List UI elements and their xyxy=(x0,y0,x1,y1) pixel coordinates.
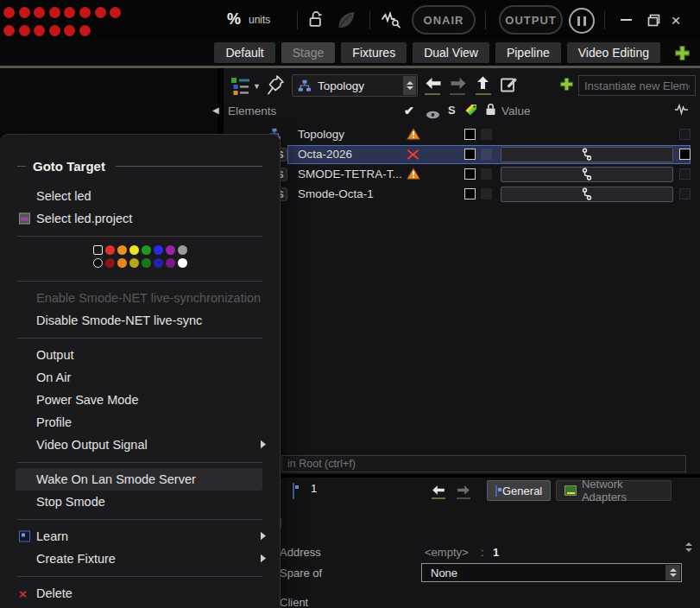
tab-default[interactable]: Default xyxy=(214,42,274,63)
menu-item-learn[interactable]: Learn xyxy=(0,525,280,548)
color-swatch[interactable] xyxy=(105,258,115,268)
pause-button[interactable] xyxy=(569,8,595,34)
menu-item-create-fixture[interactable]: Create Fixture xyxy=(0,548,280,570)
menu-item-wake-on-lan-smode-server[interactable]: Wake On Lan Smode Server xyxy=(16,468,262,491)
tree-view-dropdown-icon[interactable]: ▼ xyxy=(253,82,261,91)
address-empty-value[interactable]: <empty> xyxy=(425,546,469,559)
element-checkbox[interactable] xyxy=(464,149,476,160)
selector-spinner[interactable] xyxy=(403,76,416,95)
color-swatch[interactable] xyxy=(93,258,103,268)
elements-header-label: Elements xyxy=(228,104,276,117)
eco-leaf-icon[interactable] xyxy=(336,10,357,33)
color-swatch[interactable] xyxy=(154,245,163,255)
add-element-button[interactable] xyxy=(559,77,574,95)
tab-video-editing[interactable]: Video Editing xyxy=(567,42,660,63)
activity-monitor-icon[interactable] xyxy=(674,103,689,120)
value-patch-field[interactable] xyxy=(501,187,673,202)
visibility-column-icon[interactable] xyxy=(426,107,440,123)
menu-item-select-led[interactable]: Select led xyxy=(0,185,280,207)
nav-forward-button[interactable] xyxy=(450,77,467,93)
solo-column-icon[interactable]: S xyxy=(448,104,456,117)
signal-monitor-icon[interactable] xyxy=(381,10,401,34)
element-row-octa-2026[interactable]: SOcta-2026 xyxy=(264,145,691,164)
minimize-button[interactable] xyxy=(616,10,635,29)
menu-item-enable-smode-net-live-synchronization[interactable]: Enable Smode-NET live-synchronization xyxy=(0,287,280,309)
search-elements-input[interactable] xyxy=(281,455,686,472)
onair-button[interactable]: ONAIR xyxy=(412,5,476,35)
menu-item-profile[interactable]: Profile xyxy=(0,411,280,434)
status-column-icon[interactable]: ✔ xyxy=(404,104,414,117)
nav-up-button[interactable] xyxy=(476,75,490,93)
color-swatch[interactable] xyxy=(93,245,103,255)
output-button[interactable]: OUTPUT xyxy=(499,5,563,35)
element-checkbox[interactable] xyxy=(464,129,476,140)
inspector-tab-network-adapters[interactable]: Network Adapters xyxy=(556,480,672,501)
edit-icon[interactable] xyxy=(500,75,518,97)
color-swatch[interactable] xyxy=(129,258,139,268)
add-layout-tab-button[interactable] xyxy=(673,43,691,62)
color-swatch[interactable] xyxy=(166,258,175,268)
element-visibility-box[interactable] xyxy=(481,129,492,140)
menu-item-video-output-signal[interactable]: Video Output Signal xyxy=(0,434,280,456)
element-checkbox[interactable] xyxy=(464,188,476,200)
inspector-tab-general[interactable]: General xyxy=(487,480,551,501)
value-patch-field[interactable] xyxy=(501,167,673,182)
element-type-selector[interactable]: Topology xyxy=(292,74,418,97)
tab-pipeline[interactable]: Pipeline xyxy=(495,42,561,63)
percent-units-icon[interactable]: % xyxy=(227,10,241,28)
color-swatch[interactable] xyxy=(129,245,139,255)
element-visibility-box[interactable] xyxy=(481,188,492,200)
element-visibility-box[interactable] xyxy=(481,149,492,160)
tab-dual-view[interactable]: Dual View xyxy=(413,42,489,63)
menu-separator xyxy=(0,513,280,525)
row-right-checkbox[interactable] xyxy=(679,188,691,200)
device-icon xyxy=(495,485,497,497)
menu-item-power-save-mode[interactable]: Power Save Mode xyxy=(0,389,280,411)
menu-item-label: Create Fixture xyxy=(36,552,116,566)
spare-of-select[interactable]: None xyxy=(421,563,682,582)
address-number-value[interactable]: 1 xyxy=(493,546,499,559)
network-adapter-icon xyxy=(564,485,577,496)
menu-item-delete[interactable]: ×Delete xyxy=(0,582,280,605)
error-icon xyxy=(407,149,419,164)
color-swatch[interactable] xyxy=(105,245,115,255)
element-row-smode-tetra-t-[interactable]: SSMODE-TETRA-T... xyxy=(264,165,691,184)
lock-column-icon[interactable] xyxy=(485,103,496,119)
color-swatch[interactable] xyxy=(178,245,187,255)
element-row-topology[interactable]: Topology xyxy=(264,125,691,144)
close-button[interactable]: × xyxy=(666,10,685,29)
color-swatch[interactable] xyxy=(178,258,187,268)
color-swatch[interactable] xyxy=(117,245,127,255)
menu-item-stop-smode[interactable]: Stop Smode xyxy=(0,491,280,513)
led-dot xyxy=(64,7,75,18)
color-swatch[interactable] xyxy=(154,258,163,268)
menu-item-disable-smode-net-live-sync[interactable]: Disable Smode-NET live-sync xyxy=(0,309,280,332)
lock-open-icon[interactable] xyxy=(307,9,325,33)
tab-stage[interactable]: Stage xyxy=(281,42,336,63)
menu-item-on-air[interactable]: On Air xyxy=(0,366,280,389)
maximize-button[interactable] xyxy=(644,10,663,29)
element-visibility-box[interactable] xyxy=(481,168,492,180)
nav-back-button[interactable] xyxy=(425,77,442,93)
element-row-smode-octa-1[interactable]: SSmode-Octa-1 xyxy=(264,185,691,204)
row-right-checkbox[interactable] xyxy=(679,149,691,160)
row-right-checkbox[interactable] xyxy=(679,129,691,140)
collapse-elements-icon[interactable]: ◀ xyxy=(212,105,219,115)
menu-item-select-led-project[interactable]: Select led.project xyxy=(0,207,280,230)
address-spinner[interactable] xyxy=(685,542,692,552)
color-swatch[interactable] xyxy=(166,245,175,255)
pin-icon[interactable] xyxy=(266,73,286,100)
value-patch-field[interactable] xyxy=(501,147,673,162)
menu-item-output[interactable]: Output xyxy=(0,344,280,366)
element-checkbox[interactable] xyxy=(464,168,476,180)
tree-view-mode-icon[interactable] xyxy=(230,76,252,100)
tab-fixtures[interactable]: Fixtures xyxy=(341,42,407,63)
layout-tabs-bar: DefaultStageFixturesDual ViewPipelineVid… xyxy=(0,40,700,66)
color-swatch[interactable] xyxy=(142,245,151,255)
instantiate-element-input[interactable] xyxy=(578,75,696,96)
tag-column-icon[interactable] xyxy=(464,103,478,120)
spare-of-spinner[interactable] xyxy=(665,565,680,580)
color-swatch[interactable] xyxy=(117,258,127,268)
row-right-checkbox[interactable] xyxy=(679,168,691,180)
color-swatch[interactable] xyxy=(142,258,151,268)
